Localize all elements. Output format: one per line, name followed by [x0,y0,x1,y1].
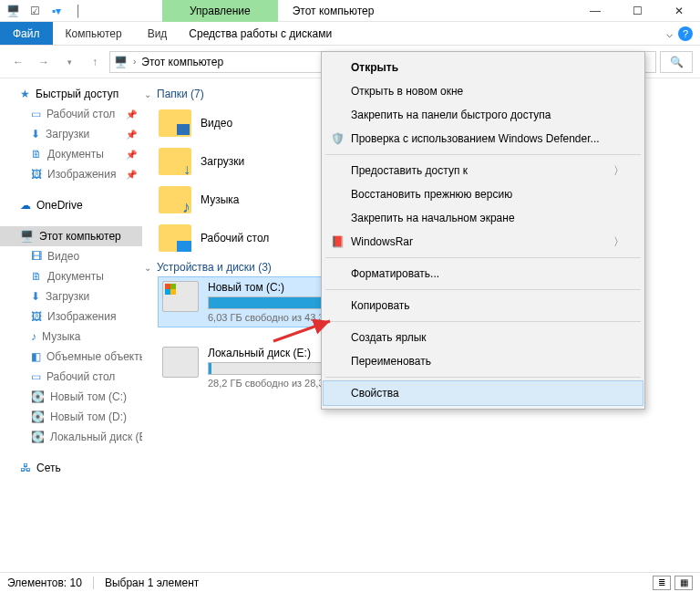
music-icon: ♪ [31,330,36,343]
maximize-button[interactable]: ☐ [616,0,658,22]
nav-downloads[interactable]: ⬇Загрузки📌 [0,124,142,144]
ctx-pin-quick-access[interactable]: Закрепить на панели быстрого доступа [324,103,643,127]
winrar-icon: 📕 [329,234,345,250]
annotation-arrow [273,310,346,349]
pin-icon: 📌 [126,150,142,160]
nav-music[interactable]: ♪Музыка [0,327,142,347]
ribbon-expand-icon[interactable]: ⌵ [666,27,673,40]
drive-icon [162,281,199,312]
status-bar: Элементов: 10 Выбран 1 элемент ≣ ▦ [0,572,700,592]
documents-icon: 🗎 [31,148,42,161]
nav-downloads2[interactable]: ⬇Загрузки [0,286,142,306]
location-icon: 🖥️ [114,56,128,68]
nav-network[interactable]: 🖧Сеть [0,458,142,478]
ctx-restore-previous[interactable]: Восстановить прежнюю версию [324,182,643,206]
drive-icon: 💽 [31,431,45,443]
pictures-icon: 🖼 [31,168,42,181]
drive-icon: 💽 [31,410,45,423]
tab-computer[interactable]: Компьютер [53,22,135,45]
nav-this-pc[interactable]: 🖥️Этот компьютер [0,226,142,246]
ctx-defender-scan[interactable]: 🛡️Проверка с использованием Windows Defe… [324,127,643,151]
pictures-icon: 🖼 [31,310,42,323]
nav-documents[interactable]: 🗎Документы📌 [0,144,142,164]
nav-onedrive[interactable]: ☁OneDrive [0,195,142,215]
navigation-pane: ★Быстрый доступ ▭Рабочий стол📌 ⬇Загрузки… [0,78,142,572]
qat-checkbox-icon[interactable]: ☑ [26,2,44,20]
ctx-format[interactable]: Форматировать... [324,262,643,286]
nav-recent-button[interactable]: ▾ [58,51,80,73]
drive-icon: 💽 [31,390,45,403]
nav-documents2[interactable]: 🗎Документы [0,266,142,286]
folder-icon [159,148,191,175]
ctx-copy[interactable]: Копировать [324,294,643,317]
nav-back-button[interactable]: ← [7,51,29,73]
nav-drive-e[interactable]: 💽Локальный диск (E:) [0,427,142,447]
nav-pictures[interactable]: 🖼Изображения📌 [0,164,142,184]
drive-icon [162,347,199,378]
breadcrumb[interactable]: Этот компьютер [141,56,223,68]
desktop-icon: ▭ [31,370,41,383]
ctx-give-access[interactable]: Предоставить доступ к〉 [324,159,643,182]
breadcrumb-sep-icon[interactable]: › [133,57,136,67]
close-button[interactable]: ✕ [658,0,700,22]
objects-icon: ◧ [31,350,41,363]
cloud-icon: ☁ [20,199,31,212]
pc-icon: 🖥️ [20,230,34,243]
search-input[interactable]: 🔍 [660,51,693,73]
ctx-open[interactable]: Открыть [324,56,643,79]
chevron-down-icon: ⌄ [144,89,151,99]
nav-desktop[interactable]: ▭Рабочий стол📌 [0,104,142,124]
svg-line-0 [273,321,330,341]
context-menu: Открыть Открыть в новом окне Закрепить н… [321,51,645,410]
tab-file[interactable]: Файл [0,22,53,45]
qat-dropdown-icon[interactable]: ▪▾ [47,2,66,20]
app-icon: 🖥️ [4,2,22,20]
view-tiles-button[interactable]: ▦ [674,576,693,590]
folder-icon [159,224,191,252]
download-icon: ⬇ [31,128,40,140]
submenu-arrow-icon: 〉 [613,234,624,250]
folder-icon [159,109,191,137]
ctx-open-new-window[interactable]: Открыть в новом окне [324,79,643,103]
ctx-create-shortcut[interactable]: Создать ярлык [324,326,643,349]
nav-video[interactable]: 🎞Видео [0,246,142,266]
contextual-tab-group: Управление [162,0,278,22]
qat-menu-icon[interactable]: │ [69,2,88,20]
video-icon: 🎞 [31,250,42,263]
pin-icon: 📌 [126,170,142,180]
ctx-winrar[interactable]: 📕WindowsRar〉 [324,230,643,254]
ctx-properties[interactable]: Свойства [324,381,643,405]
shield-icon: 🛡️ [329,130,345,147]
tab-drive-tools[interactable]: Средства работы с дисками [180,22,341,45]
status-item-count: Элементов: 10 [7,576,82,589]
nav-forward-button[interactable]: → [33,51,55,73]
folder-icon [159,186,191,213]
manage-label: Управление [190,5,251,17]
status-selection: Выбран 1 элемент [105,576,199,589]
ctx-rename[interactable]: Переименовать [324,349,643,373]
nav-3dobjects[interactable]: ◧Объемные объекты [0,347,142,367]
pin-icon: 📌 [126,109,142,119]
view-details-button[interactable]: ≣ [653,576,671,590]
pin-icon: 📌 [126,130,142,140]
nav-drive-d[interactable]: 💽Новый том (D:) [0,407,142,427]
nav-pictures2[interactable]: 🖼Изображения [0,306,142,327]
chevron-down-icon: ⌄ [144,263,151,273]
ctx-pin-start[interactable]: Закрепить на начальном экране [324,206,643,230]
nav-quick-access[interactable]: ★Быстрый доступ [0,84,142,104]
nav-drive-c[interactable]: 💽Новый том (C:) [0,387,142,407]
minimize-button[interactable]: — [574,0,616,22]
nav-desktop2[interactable]: ▭Рабочий стол [0,367,142,387]
download-icon: ⬇ [31,290,40,303]
star-icon: ★ [20,88,30,100]
help-icon[interactable]: ? [678,26,693,41]
tab-view[interactable]: Вид [135,22,180,45]
nav-up-button[interactable]: ↑ [84,51,106,73]
submenu-arrow-icon: 〉 [613,163,624,179]
network-icon: 🖧 [20,462,31,474]
documents-icon: 🗎 [31,270,42,283]
desktop-icon: ▭ [31,108,41,120]
window-title: Этот компьютер [278,5,574,17]
